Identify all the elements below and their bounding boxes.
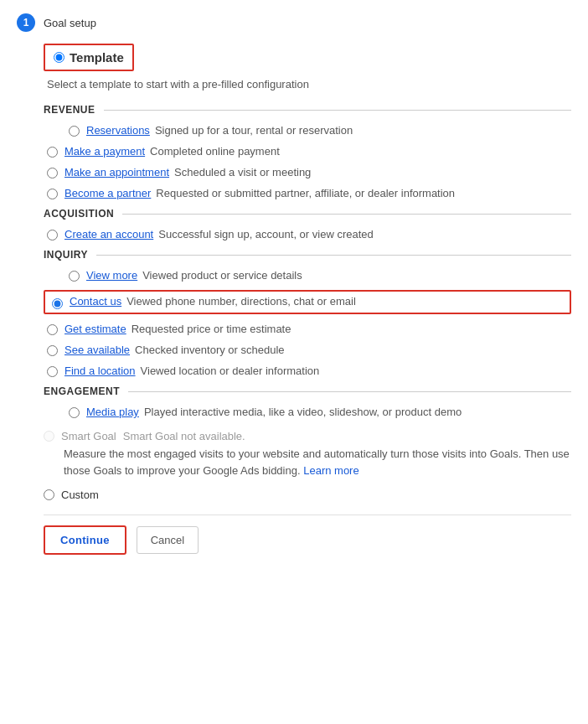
template-option-box[interactable]: Template <box>44 44 134 71</box>
find-location-content: Find a location Viewed location or deale… <box>64 365 319 377</box>
smart-goal-label: Smart Goal <box>61 430 116 442</box>
contact-us-content: Contact us Viewed phone number, directio… <box>70 295 356 308</box>
make-payment-desc: Completed online payment <box>150 145 280 158</box>
media-play-radio[interactable] <box>69 407 80 418</box>
learn-more-link[interactable]: Learn more <box>303 464 358 477</box>
acquisition-line <box>122 214 571 215</box>
get-estimate-content: Get estimate Requested price or time est… <box>64 323 291 335</box>
contact-us-desc: Viewed phone number, directions, chat or… <box>126 295 356 308</box>
get-estimate-desc: Requested price or time estimate <box>132 323 291 335</box>
smart-goal-section: Smart Goal Smart Goal not available. Mea… <box>44 430 571 478</box>
view-more-label[interactable]: View more <box>86 269 137 282</box>
list-item: View more Viewed product or service deta… <box>44 269 571 282</box>
custom-section: Custom <box>44 489 571 501</box>
become-partner-radio[interactable] <box>47 189 58 199</box>
get-estimate-label[interactable]: Get estimate <box>64 323 126 335</box>
smart-goal-unavailable: Smart Goal not available. <box>123 430 245 442</box>
make-appointment-content: Make an appointment Scheduled a visit or… <box>64 166 311 178</box>
see-available-desc: Checked inventory or schedule <box>135 344 285 356</box>
engagement-section-divider: ENGAGEMENT <box>44 385 571 397</box>
media-play-content: Media play Played interactive media, lik… <box>86 406 462 418</box>
acquisition-section-divider: ACQUISITION <box>44 208 571 220</box>
find-location-radio[interactable] <box>47 366 58 377</box>
inquiry-label: INQUIRY <box>44 249 88 261</box>
view-more-desc: Viewed product or service details <box>142 269 302 282</box>
reservations-desc: Signed up for a tour, rental or reservat… <box>155 124 353 137</box>
smart-goal-radio <box>44 431 54 442</box>
make-payment-content: Make a payment Completed online payment <box>64 145 280 158</box>
revenue-line <box>104 110 571 111</box>
custom-row: Custom <box>44 489 571 501</box>
find-location-label[interactable]: Find a location <box>64 365 136 377</box>
become-partner-content: Become a partner Requested or submitted … <box>64 187 455 199</box>
reservations-content: Reservations Signed up for a tour, renta… <box>86 124 353 137</box>
list-item: Find a location Viewed location or deale… <box>44 365 571 377</box>
button-row: Continue Cancel <box>44 525 571 555</box>
goal-setup-title: Goal setup <box>44 17 96 29</box>
create-account-desc: Successful sign up, account, or view cre… <box>158 228 374 240</box>
become-partner-desc: Requested or submitted partner, affiliat… <box>156 187 455 199</box>
list-item: Reservations Signed up for a tour, renta… <box>44 124 571 137</box>
list-item: Media play Played interactive media, lik… <box>44 406 571 418</box>
media-play-desc: Played interactive media, like a video, … <box>144 406 462 418</box>
see-available-radio[interactable] <box>47 345 58 356</box>
make-appointment-label[interactable]: Make an appointment <box>64 166 169 178</box>
list-item: Make a payment Completed online payment <box>44 145 571 158</box>
page-wrapper: 1 Goal setup Template Select a template … <box>0 0 588 571</box>
options-container: Template Select a template to start with… <box>44 44 571 555</box>
template-subtitle: Select a template to start with a pre-fi… <box>47 78 571 90</box>
find-location-desc: Viewed location or dealer information <box>141 365 320 377</box>
engagement-label: ENGAGEMENT <box>44 385 120 397</box>
media-play-label[interactable]: Media play <box>86 406 139 418</box>
step-circle: 1 <box>17 13 35 32</box>
template-radio[interactable] <box>54 52 64 63</box>
make-appointment-radio[interactable] <box>47 168 58 178</box>
view-more-radio[interactable] <box>69 271 80 282</box>
list-item: Create an account Successful sign up, ac… <box>44 228 571 240</box>
list-item: See available Checked inventory or sched… <box>44 344 571 356</box>
cancel-button[interactable]: Cancel <box>137 526 199 554</box>
custom-label[interactable]: Custom <box>61 489 99 501</box>
list-item: Make an appointment Scheduled a visit or… <box>44 166 571 178</box>
inquiry-section-divider: INQUIRY <box>44 249 571 261</box>
smart-goal-body: Measure the most engaged visits to your … <box>64 446 571 478</box>
inquiry-line <box>96 255 571 256</box>
make-payment-radio[interactable] <box>47 147 58 158</box>
list-item: Get estimate Requested price or time est… <box>44 323 571 335</box>
custom-radio[interactable] <box>44 489 54 500</box>
contact-us-box: Contact us Viewed phone number, directio… <box>44 290 571 314</box>
reservations-label[interactable]: Reservations <box>86 124 150 137</box>
make-appointment-desc: Scheduled a visit or meeting <box>174 166 311 178</box>
contact-us-label[interactable]: Contact us <box>70 295 121 308</box>
see-available-label[interactable]: See available <box>64 344 130 356</box>
acquisition-label: ACQUISITION <box>44 208 114 220</box>
bottom-divider <box>44 515 571 515</box>
list-item: Become a partner Requested or submitted … <box>44 187 571 199</box>
make-payment-label[interactable]: Make a payment <box>64 145 145 158</box>
reservations-radio[interactable] <box>69 126 80 137</box>
create-account-content: Create an account Successful sign up, ac… <box>64 228 374 240</box>
become-partner-label[interactable]: Become a partner <box>64 187 151 199</box>
continue-button[interactable]: Continue <box>44 525 126 555</box>
create-account-label[interactable]: Create an account <box>64 228 153 240</box>
revenue-label: REVENUE <box>44 104 95 116</box>
template-label[interactable]: Template <box>70 50 124 65</box>
create-account-radio[interactable] <box>47 230 58 240</box>
view-more-content: View more Viewed product or service deta… <box>86 269 302 282</box>
contact-us-radio[interactable] <box>52 298 63 309</box>
revenue-section-divider: REVENUE <box>44 104 571 116</box>
smart-goal-row: Smart Goal Smart Goal not available. <box>44 430 571 442</box>
see-available-content: See available Checked inventory or sched… <box>64 344 285 356</box>
engagement-line <box>128 391 571 392</box>
goal-setup-header: 1 Goal setup <box>17 13 571 32</box>
get-estimate-radio[interactable] <box>47 324 58 335</box>
